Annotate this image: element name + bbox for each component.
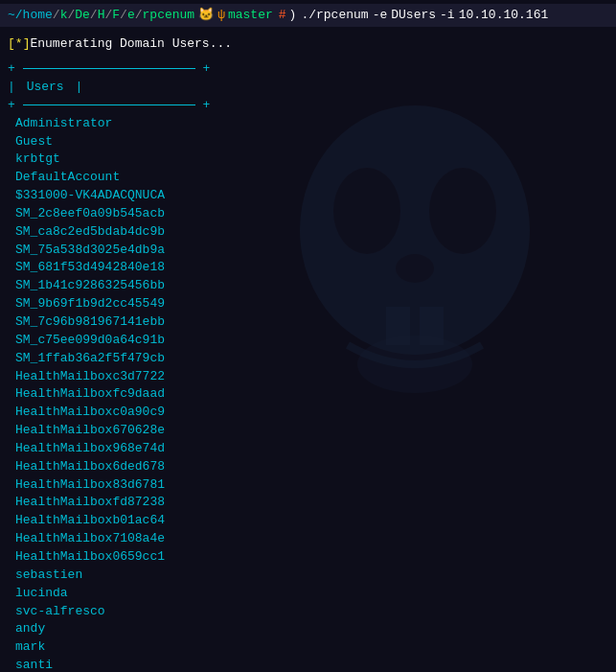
table-row: krbtgt	[8, 151, 608, 169]
hline-mid	[23, 104, 195, 105]
path-h: H	[98, 7, 105, 24]
path-separator-6: /	[135, 7, 143, 24]
user-rows-container: AdministratorGuestkrbtgtDefaultAccount$3…	[8, 115, 608, 672]
table-row: HealthMailboxfd87238	[8, 494, 608, 512]
table-row: HealthMailboxfc9daad	[8, 385, 608, 404]
prompt-hash: #	[279, 7, 286, 24]
path-e: e	[127, 7, 135, 24]
status-line: [ * ] Enumerating Domain Users...	[0, 33, 616, 55]
status-text: Enumerating Domain Users...	[30, 36, 232, 51]
bracket-open: [	[8, 36, 15, 51]
table-row: SM_c75ee099d0a64c91b	[8, 332, 608, 350]
path-separator-2: /	[67, 7, 75, 24]
table-row: SM_2c8eef0a09b545acb	[8, 205, 608, 223]
table-row: lucinda	[8, 585, 608, 603]
plus-tl: +	[8, 61, 15, 76]
table-header-row: | Users |	[8, 79, 608, 97]
status-star: *	[15, 36, 23, 51]
table-row: HealthMailbox968e74d	[8, 440, 608, 458]
table-row: HealthMailbox0659cc1	[8, 548, 608, 567]
path-de: De	[75, 7, 90, 24]
plus-ml: +	[8, 98, 15, 112]
flag-e: -e	[373, 7, 388, 24]
pipe-left-header: |	[8, 80, 15, 94]
plus-tr: +	[202, 61, 210, 76]
table-row: HealthMailboxc3d7722	[8, 368, 608, 386]
table-row: mark	[8, 638, 608, 657]
path-f: F	[112, 7, 120, 24]
table-row: SM_ca8c2ed5bdab4dc9b	[8, 223, 608, 242]
table-row: DefaultAccount	[8, 169, 608, 187]
branch-name: master	[228, 7, 273, 24]
branch-psi: ψ	[217, 7, 225, 24]
plus-mr: +	[202, 98, 210, 112]
prompt-arrow: )	[289, 7, 297, 24]
path-home: ~/home	[8, 7, 53, 24]
table-row: sebastien	[8, 567, 608, 585]
path-k: k	[60, 7, 68, 24]
table-row: HealthMailbox670628e	[8, 422, 608, 440]
command-text: ./rpcenum	[301, 7, 368, 24]
table-row: Administrator	[8, 115, 608, 133]
table-row: SM_681f53d4942840e18	[8, 259, 608, 277]
target-ip: 10.10.10.161	[459, 7, 549, 24]
terminal-window: ~/home / k / De / H / F / e / rpcenum 🐱 …	[0, 0, 616, 672]
path-separator-3: /	[90, 7, 98, 24]
path-repo: rpcenum	[143, 7, 195, 24]
table-row: HealthMailbox7108a4e	[8, 530, 608, 548]
path-separator-5: /	[120, 7, 127, 24]
hline-top	[23, 68, 195, 69]
table-row: SM_1ffab36a2f5f479cb	[8, 350, 608, 368]
table-row: SM_7c96b981967141ebb	[8, 313, 608, 332]
table-row: HealthMailboxc0a90c9	[8, 404, 608, 422]
users-table: + + | Users | + + AdministratorGuestkrbt…	[0, 58, 616, 672]
table-row: HealthMailboxb01ac64	[8, 512, 608, 530]
table-row: HealthMailbox6ded678	[8, 458, 608, 476]
table-row: svc-alfresco	[8, 603, 608, 621]
table-row: SM_75a538d3025e4db9a	[8, 242, 608, 260]
table-row: SM_9b69f1b9d2cc45549	[8, 295, 608, 313]
table-row: andy	[8, 620, 608, 638]
table-row: HealthMailbox83d6781	[8, 476, 608, 495]
path-separator-4: /	[104, 7, 112, 24]
bracket-close: ]	[23, 36, 31, 51]
path-separator-1: /	[53, 7, 60, 24]
flag-i: -i	[440, 7, 455, 24]
table-row: $331000-VK4ADACQNUCA	[8, 187, 608, 205]
arg-dusers: DUsers	[391, 7, 436, 24]
table-top-border: + +	[8, 60, 608, 79]
header-text: Users	[23, 80, 76, 94]
command-prompt-line: ~/home / k / De / H / F / e / rpcenum 🐱 …	[0, 4, 616, 27]
table-row: Guest	[8, 133, 608, 151]
table-header-border: + +	[8, 97, 608, 115]
pipe-right-header: |	[75, 80, 82, 94]
table-row: santi	[8, 657, 608, 672]
branch-icon: 🐱	[198, 7, 214, 24]
terminal-content: ~/home / k / De / H / F / e / rpcenum 🐱 …	[0, 0, 616, 672]
table-row: SM_1b41c9286325456bb	[8, 277, 608, 295]
